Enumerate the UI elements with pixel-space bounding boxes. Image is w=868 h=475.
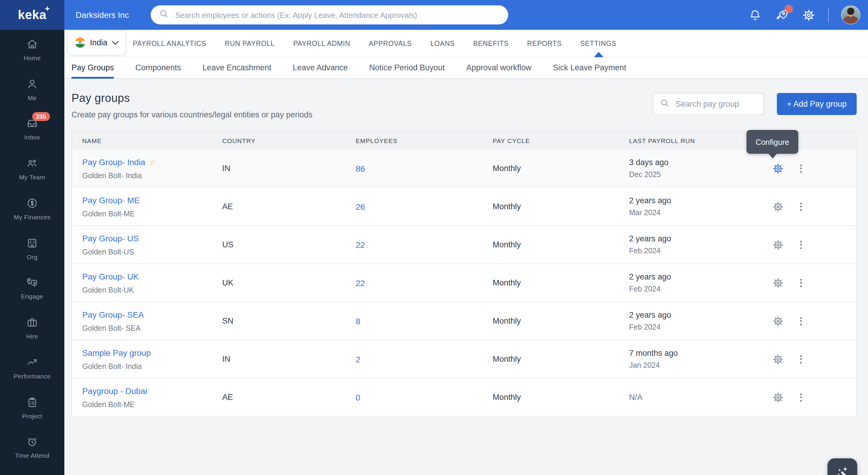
nav-tab-payroll-admin[interactable]: PAYROLL ADMIN: [293, 40, 350, 47]
pay-group-name-link[interactable]: Pay Group- SEA: [82, 310, 144, 320]
row-menu-kebab-icon[interactable]: [795, 353, 807, 365]
chevron-down-icon: [112, 40, 119, 45]
pay-group-name-link[interactable]: Paygroup - Dubai: [82, 386, 147, 396]
row-menu-kebab-icon[interactable]: [795, 391, 807, 403]
table-row[interactable]: Pay Group- ME☆ Golden Bolt-ME AE 26 Mont…: [72, 187, 856, 225]
table-row[interactable]: Pay Group- SEA☆ Golden Bolt- SEA SN 8 Mo…: [72, 302, 856, 340]
sidebar-item-me[interactable]: Me: [0, 77, 64, 117]
employee-count-link[interactable]: 22: [356, 278, 365, 288]
nav-tab-payroll-analytics[interactable]: PAYROLL ANALYTICS: [133, 40, 207, 47]
table-row[interactable]: Pay Group- US☆ Golden Bolt-US US 22 Mont…: [72, 225, 856, 263]
column-header-employees: EMPLOYEES: [356, 137, 493, 144]
sidebar-item-label: Engage: [21, 293, 43, 300]
employee-count-link[interactable]: 0: [356, 392, 361, 402]
sidebar-item-hire[interactable]: Hire: [0, 316, 64, 356]
table-row[interactable]: Paygroup - Dubai☆ Golden Bolt-ME AE 0 Mo…: [72, 378, 856, 416]
sidebar-item-my-team[interactable]: My Team: [0, 157, 64, 197]
sidebar-item-label: Home: [24, 54, 41, 61]
pay-group-search-input[interactable]: [674, 99, 756, 109]
configure-gear-icon[interactable]: [772, 239, 784, 250]
employee-count-link[interactable]: 26: [356, 202, 365, 211]
global-search-input[interactable]: [174, 10, 500, 20]
subnav-tab-components[interactable]: Components: [135, 57, 181, 78]
row-menu-kebab-icon[interactable]: [795, 162, 807, 174]
configure-gear-icon[interactable]: [772, 391, 784, 403]
india-flag-icon: [75, 37, 85, 48]
table-row[interactable]: Sample Pay group☆ Golden Bolt- India IN …: [72, 340, 856, 378]
last-run-relative: 2 years ago: [629, 196, 772, 205]
subnav-tab-leave-advance[interactable]: Leave Advance: [293, 57, 348, 78]
subnav-tab-pay-groups[interactable]: Pay Groups: [71, 57, 114, 78]
pay-group-search[interactable]: [653, 93, 764, 115]
subnav-tab-leave-encashment[interactable]: Leave Encashment: [203, 57, 271, 78]
table-row[interactable]: Pay Group- UK☆ Golden Bolt-UK UK 22 Mont…: [72, 263, 856, 302]
employee-count-link[interactable]: 2: [356, 354, 361, 364]
pay-group-name-link[interactable]: Sample Pay group: [82, 348, 151, 358]
nav-tab-benefits[interactable]: BENEFITS: [473, 40, 509, 47]
page-header: Pay groups Create pay groups for various…: [71, 92, 857, 119]
configure-gear-icon[interactable]: [772, 201, 784, 212]
finances-icon: [26, 197, 39, 210]
add-pay-group-button[interactable]: + Add Pay group: [777, 93, 857, 115]
pay-group-name-link[interactable]: Pay Group- India: [82, 157, 145, 167]
configure-gear-icon[interactable]: [772, 162, 784, 174]
employee-count-link[interactable]: 22: [356, 240, 365, 249]
pay-cycle-cell: Monthly: [493, 164, 629, 173]
main-area: India PAYROLL ANALYTICSRUN PAYROLLPAYROL…: [64, 30, 868, 475]
sidebar-item-engage[interactable]: Engage: [0, 276, 64, 316]
configure-gear-icon[interactable]: [772, 277, 784, 289]
pay-cycle-cell: Monthly: [493, 202, 629, 211]
row-menu-kebab-icon[interactable]: [795, 201, 807, 212]
global-search[interactable]: [151, 5, 508, 24]
employee-count-link[interactable]: 8: [356, 316, 361, 326]
home-icon: [26, 37, 39, 51]
subnav-tab-sick-leave-payment[interactable]: Sick Leave Payment: [553, 57, 626, 78]
row-menu-kebab-icon[interactable]: [795, 239, 807, 250]
country-selector[interactable]: India: [67, 30, 127, 55]
legal-entity-label: Golden Bolt-ME: [82, 400, 222, 409]
module-nav: India PAYROLL ANALYTICSRUN PAYROLLPAYROL…: [64, 30, 868, 57]
settings-subnav: Pay GroupsComponentsLeave EncashmentLeav…: [64, 57, 868, 79]
pay-group-name-link[interactable]: Pay Group- UK: [82, 272, 139, 281]
pay-cycle-cell: Monthly: [493, 278, 629, 287]
sidebar-item-my-finances[interactable]: My Finances: [0, 197, 64, 236]
nav-tab-settings[interactable]: SETTINGS: [580, 40, 616, 47]
nav-tab-run-payroll[interactable]: RUN PAYROLL: [225, 40, 275, 47]
country-cell: IN: [222, 164, 356, 173]
subnav-tab-approval-workflow[interactable]: Approval workflow: [466, 57, 531, 78]
column-header-pay-cycle: PAY CYCLE: [493, 137, 629, 144]
configure-gear-icon[interactable]: [772, 353, 784, 365]
row-menu-kebab-icon[interactable]: [795, 277, 807, 289]
last-run-relative: 3 days ago: [629, 158, 772, 167]
sidebar-item-performance[interactable]: Performance: [0, 356, 64, 395]
nav-tab-loans[interactable]: LOANS: [430, 40, 455, 47]
assistant-fab[interactable]: [828, 458, 857, 475]
sidebar-item-org[interactable]: Org: [0, 236, 64, 276]
pay-group-name-link[interactable]: Pay Group- US: [82, 234, 139, 243]
pay-group-name-link[interactable]: Pay Group- ME: [82, 196, 140, 205]
country-cell: US: [222, 240, 356, 249]
pay-cycle-cell: Monthly: [493, 240, 629, 249]
performance-icon: [26, 356, 39, 369]
configure-gear-icon[interactable]: [772, 315, 784, 327]
sidebar-item-inbox[interactable]: 235 Inbox: [0, 117, 64, 157]
content-area: Pay groups Create pay groups for various…: [64, 79, 868, 475]
notifications-bell-icon[interactable]: [748, 8, 762, 22]
last-run-period: Feb 2024: [629, 285, 772, 293]
subnav-tab-notice-period-buyout[interactable]: Notice Period Buyout: [369, 57, 445, 78]
nav-tab-approvals[interactable]: APPROVALS: [369, 40, 412, 47]
row-menu-kebab-icon[interactable]: [795, 315, 807, 327]
inbox-count-badge: 235: [32, 112, 50, 121]
sidebar-item-home[interactable]: Home: [0, 37, 64, 77]
sidebar-item-time-attend[interactable]: Time Attend: [0, 435, 64, 475]
country-cell: AE: [222, 393, 356, 402]
nav-tab-reports[interactable]: REPORTS: [527, 40, 562, 47]
employee-count-link[interactable]: 86: [356, 164, 365, 173]
whats-new-rocket-icon[interactable]: [774, 7, 789, 22]
settings-gear-icon[interactable]: [802, 8, 815, 22]
sidebar-item-project[interactable]: Project: [0, 395, 64, 435]
user-avatar[interactable]: [841, 5, 860, 24]
keka-logo[interactable]: keka: [0, 0, 64, 30]
table-row[interactable]: Pay Group- India☆ Golden Bolt- India IN …: [72, 149, 856, 187]
star-icon[interactable]: ☆: [149, 157, 156, 167]
